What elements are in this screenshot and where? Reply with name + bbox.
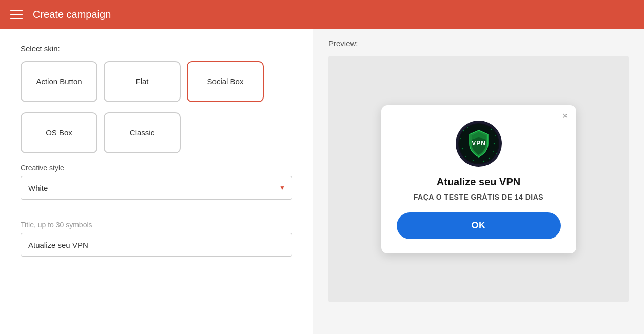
select-skin-label: Select skin: <box>21 44 292 53</box>
svg-point-14 <box>483 160 484 161</box>
svg-point-10 <box>488 157 489 158</box>
preview-label: Preview: <box>328 39 629 48</box>
creative-style-section: Creative style White Dark Colorful ▼ <box>21 164 292 200</box>
svg-point-5 <box>460 138 461 139</box>
title-section: Title, up to 30 symbols <box>21 221 292 257</box>
right-panel: Preview: × <box>313 29 644 334</box>
popup-icon-wrap: VPN <box>456 121 502 167</box>
creative-style-select-wrapper: White Dark Colorful ▼ <box>21 176 292 200</box>
svg-point-12 <box>461 148 462 149</box>
creative-style-select[interactable]: White Dark Colorful <box>21 176 292 200</box>
page-title: Create campaign <box>33 9 111 21</box>
svg-point-8 <box>493 143 494 144</box>
popup-subtitle: FAÇA O TESTE GRÁTIS DE 14 DIAS <box>414 193 543 201</box>
preview-box: × <box>328 56 629 302</box>
divider <box>21 210 292 210</box>
main-layout: Select skin: Action Button Flat Social B… <box>0 29 644 334</box>
skin-selector-grid-row2: OS Box Classic <box>21 112 292 153</box>
skin-classic[interactable]: Classic <box>104 112 181 153</box>
vpn-icon: VPN <box>458 123 499 164</box>
popup-card: × <box>381 105 576 253</box>
svg-point-6 <box>491 128 492 129</box>
svg-text:VPN: VPN <box>472 140 486 147</box>
svg-point-3 <box>467 127 468 128</box>
title-label: Title, up to 30 symbols <box>21 221 292 229</box>
skin-social-box[interactable]: Social Box <box>187 61 264 102</box>
skin-action-button[interactable]: Action Button <box>21 61 97 102</box>
title-input[interactable] <box>21 233 292 257</box>
svg-point-13 <box>473 160 474 161</box>
left-panel: Select skin: Action Button Flat Social B… <box>0 29 313 334</box>
svg-point-2 <box>462 130 463 131</box>
app-header: Create campaign <box>0 0 644 29</box>
skin-selector-grid: Action Button Flat Social Box <box>21 61 292 102</box>
creative-style-label: Creative style <box>21 164 292 172</box>
popup-ok-button[interactable]: OK <box>397 212 561 239</box>
svg-point-11 <box>465 156 466 157</box>
hamburger-menu-icon[interactable] <box>10 10 23 19</box>
svg-point-7 <box>495 135 496 136</box>
svg-point-9 <box>493 151 494 152</box>
popup-close-button[interactable]: × <box>562 111 568 121</box>
skin-flat[interactable]: Flat <box>104 61 181 102</box>
popup-title: Atualize seu VPN <box>437 176 520 188</box>
svg-point-15 <box>496 153 497 154</box>
skin-os-box[interactable]: OS Box <box>21 112 97 153</box>
